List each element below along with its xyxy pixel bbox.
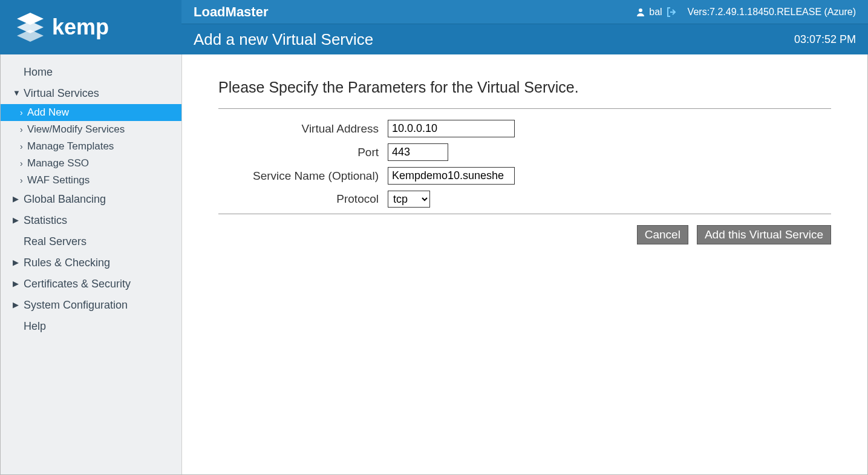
chevron-right-icon: › [20, 108, 23, 117]
collapse-icon: ▶ [13, 215, 19, 224]
sidebar-item-label: Home [24, 66, 53, 78]
svg-point-4 [639, 8, 642, 12]
sidebar-item-real-servers[interactable]: Real Servers [1, 231, 181, 252]
service-name-input[interactable] [388, 167, 515, 185]
user-icon [636, 7, 645, 17]
label-service-name: Service Name (Optional) [218, 169, 388, 183]
collapse-icon: ▶ [13, 194, 19, 203]
header-right: LoadMaster bal Vers:7.2.49.1.18450.RELEA… [181, 0, 868, 54]
header-bottom-bar: Add a new Virtual Service 03:07:52 PM [181, 24, 868, 54]
username-label: bal [649, 7, 662, 18]
sidebar-item-statistics[interactable]: ▶ Statistics [1, 210, 181, 231]
sidebar-item-label: System Configuration [24, 299, 128, 311]
sidebar-sub-manage-templates[interactable]: › Manage Templates [1, 138, 181, 155]
divider [218, 108, 831, 109]
svg-text:kemp: kemp [52, 15, 109, 39]
header-top-bar: LoadMaster bal Vers:7.2.49.1.18450.RELEA… [181, 0, 868, 24]
sidebar-item-label: Global Balancing [24, 193, 106, 205]
sidebar-sub-add-new[interactable]: › Add New [1, 104, 181, 121]
sidebar-item-virtual-services[interactable]: ▼ Virtual Services [1, 83, 181, 104]
kemp-logo-icon: kemp [12, 9, 145, 45]
label-virtual-address: Virtual Address [218, 122, 388, 136]
sidebar-sub-manage-sso[interactable]: › Manage SSO [1, 155, 181, 172]
sidebar-item-global-balancing[interactable]: ▶ Global Balancing [1, 189, 181, 210]
product-name: LoadMaster [194, 4, 268, 20]
sidebar-item-label: Virtual Services [24, 87, 99, 99]
expand-icon: ▼ [13, 88, 21, 97]
row-port: Port [218, 143, 831, 161]
sidebar-item-certificates-security[interactable]: ▶ Certificates & Security [1, 274, 181, 295]
clock: 03:07:52 PM [794, 33, 856, 46]
port-input[interactable] [388, 143, 448, 161]
sidebar-item-label: Statistics [24, 214, 67, 226]
svg-marker-2 [17, 30, 44, 42]
label-protocol: Protocol [218, 192, 388, 206]
cancel-button[interactable]: Cancel [637, 225, 688, 244]
brand-logo: kemp [0, 0, 181, 54]
row-service-name: Service Name (Optional) [218, 167, 831, 185]
collapse-icon: ▶ [13, 300, 19, 309]
sidebar-sub-waf-settings[interactable]: › WAF Settings [1, 172, 181, 189]
sidebar-sub-label: Add New [27, 106, 69, 118]
sidebar-item-rules-checking[interactable]: ▶ Rules & Checking [1, 252, 181, 274]
header-info: bal Vers:7.2.49.1.18450.RELEASE (Azure) [636, 7, 856, 18]
logout-icon[interactable] [666, 7, 677, 18]
label-port: Port [218, 146, 388, 159]
row-virtual-address: Virtual Address [218, 120, 831, 137]
sidebar-item-label: Help [24, 320, 46, 332]
virtual-address-input[interactable] [388, 120, 515, 137]
chevron-right-icon: › [20, 175, 23, 185]
sidebar-sub-label: View/Modify Services [27, 123, 125, 135]
page-title: Add a new Virtual Service [194, 30, 373, 49]
form-heading: Please Specify the Parameters for the Vi… [218, 79, 831, 103]
user-indicator[interactable]: bal [636, 7, 676, 18]
sidebar-item-label: Rules & Checking [24, 257, 110, 269]
collapse-icon: ▶ [13, 258, 19, 267]
sidebar-sub-label: Manage Templates [27, 140, 114, 152]
sidebar-sub-view-modify[interactable]: › View/Modify Services [1, 121, 181, 138]
add-virtual-service-button[interactable]: Add this Virtual Service [697, 225, 831, 244]
row-protocol: Protocol tcp [218, 191, 831, 208]
version-label: Vers:7.2.49.1.18450.RELEASE (Azure) [688, 7, 856, 18]
divider [218, 214, 831, 214]
chevron-right-icon: › [20, 142, 23, 151]
chevron-right-icon: › [20, 159, 23, 168]
sidebar-item-label: Real Servers [24, 235, 86, 247]
main-content: Please Specify the Parameters for the Vi… [182, 54, 867, 474]
top-header: kemp LoadMaster bal Vers:7.2.49.1.18450.… [0, 0, 868, 54]
sidebar-sub-label: Manage SSO [27, 157, 89, 169]
sidebar-sub-label: WAF Settings [27, 174, 90, 186]
sidebar-item-system-configuration[interactable]: ▶ System Configuration [1, 295, 181, 316]
sidebar: Home ▼ Virtual Services › Add New › View… [1, 54, 182, 474]
sidebar-item-help[interactable]: Help [1, 316, 181, 337]
button-row: Cancel Add this Virtual Service [218, 225, 831, 244]
chevron-right-icon: › [20, 125, 23, 134]
sidebar-item-home[interactable]: Home [1, 62, 181, 83]
protocol-select[interactable]: tcp [388, 191, 430, 208]
sidebar-item-label: Certificates & Security [24, 278, 131, 290]
collapse-icon: ▶ [13, 279, 19, 288]
body-area: Home ▼ Virtual Services › Add New › View… [0, 54, 868, 475]
